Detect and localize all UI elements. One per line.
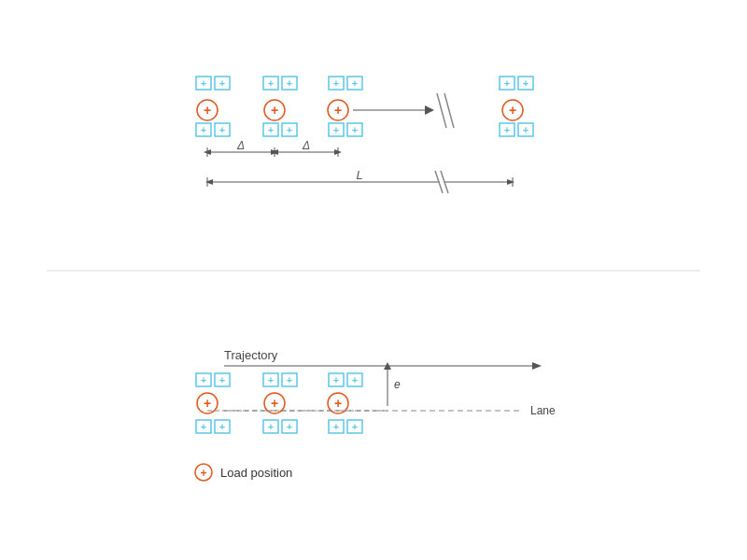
axle-group-top-3-row1: + + [329,77,362,90]
svg-text:+: + [201,124,206,135]
axle-group-bot-1-row3: + + [196,123,230,136]
diagram-container: + + + + + + + + + + + + + [0,0,747,560]
svg-text:+: + [523,124,529,135]
load-position-label: Load position [220,466,292,480]
L-arrow-right [507,179,514,185]
svg-text:+: + [352,77,358,89]
svg-text:+: + [333,421,339,432]
svg-text:+: + [204,396,211,411]
svg-text:+: + [271,103,278,118]
bot-diag-axle-group-2-row3: + + [263,420,297,433]
svg-text:+: + [200,467,206,480]
svg-text:+: + [201,374,206,385]
bot-diag-axle-group-3-row3: + + [329,420,362,433]
svg-text:+: + [352,374,358,385]
delta1-label: Δ [236,139,245,152]
svg-text:+: + [268,124,274,135]
svg-text:+: + [287,124,292,135]
axle-group-top-2-row1: + + [263,77,297,90]
break-symbol-1a [437,93,446,128]
axle-group-bot-2-row3: + + [263,123,297,136]
svg-text:+: + [333,374,339,385]
svg-text:+: + [334,103,342,118]
svg-text:+: + [219,374,225,385]
svg-text:+: + [219,77,225,89]
svg-text:+: + [268,77,274,89]
L-arrow-left [205,179,213,185]
delta2-label: Δ [302,139,310,152]
lane-label: Lane [530,404,556,417]
axle-group-top-right-row1: + + [500,77,533,90]
svg-text:+: + [504,124,510,135]
svg-text:+: + [201,421,206,432]
bot-diag-axle-group-1-row1: + + [196,373,230,386]
svg-text:+: + [333,77,339,89]
axle-group-top-1-row1: + + [196,77,230,90]
svg-text:+: + [523,77,529,89]
svg-text:+: + [333,124,339,135]
axle-group-bot-3-row3: + + [329,123,362,136]
motion-arrow-head [425,105,434,115]
svg-text:+: + [287,421,292,432]
svg-text:+: + [352,421,358,432]
trajectory-label: Trajectory [224,348,278,362]
L-label: L [356,168,362,182]
svg-text:+: + [219,421,225,432]
svg-text:+: + [268,374,274,385]
svg-text:+: + [352,124,358,135]
svg-text:+: + [287,77,292,89]
break-symbol-1b [444,93,454,128]
svg-text:+: + [204,103,211,118]
bot-diag-axle-group-1-row3: + + [196,420,230,433]
svg-text:+: + [201,77,206,89]
axle-group-bot-right-row3: + + [500,123,533,136]
trajectory-arrow [532,362,542,370]
e-label: e [394,378,401,391]
svg-text:+: + [271,396,278,411]
svg-text:+: + [509,103,516,118]
svg-text:+: + [287,374,292,385]
svg-text:+: + [268,421,274,432]
bot-diag-axle-group-2-row1: + + [263,373,297,386]
svg-text:+: + [219,124,225,135]
svg-text:+: + [504,77,510,89]
bot-diag-axle-group-3-row1: + + [329,373,362,386]
svg-text:+: + [334,396,342,411]
